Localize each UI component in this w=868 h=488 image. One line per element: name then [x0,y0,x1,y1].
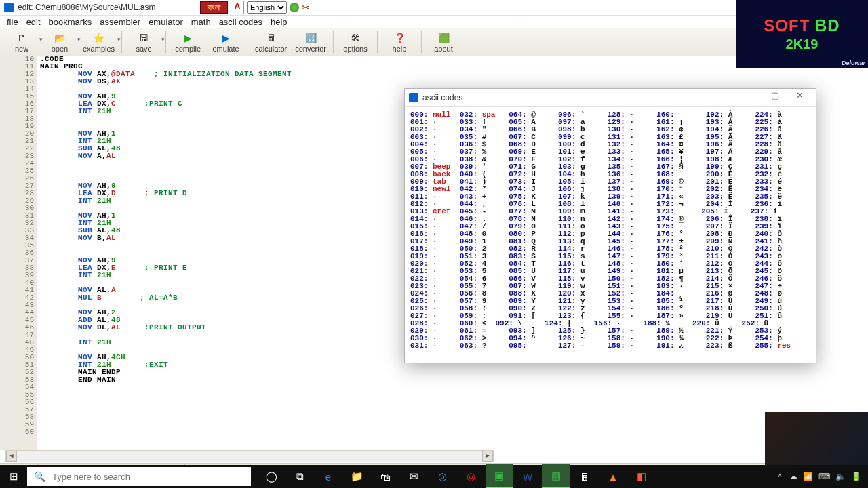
brand-author: Delowar [842,60,865,66]
taskbar-task-view-icon[interactable]: ⧉ [286,465,313,488]
calculator-label: calculator [255,45,287,53]
translate-go-icon[interactable] [290,3,299,12]
taskbar-chrome-icon[interactable]: ◎ [429,465,456,488]
brand-soft: SOFT [764,16,810,35]
open-label: open [52,45,68,53]
app-icon [4,3,14,12]
language-icon[interactable]: A [231,1,244,14]
tray-icon-2[interactable]: 📶 [803,472,813,481]
horizontal-scrollbar[interactable]: ◄ ► [5,450,494,462]
convertor-label: convertor [295,45,326,53]
line-number-gutter: 10 11 12 13 14 15 16 17 18 19 20 21 22 2… [0,54,37,450]
menu-file[interactable]: file [7,17,18,27]
ascii-table: 000: null 032: spa 064: @ 096: ` 128: · … [405,107,816,354]
windows-taskbar: ⊞ 🔍 ◯⧉e📁🛍✉◎◎▣W▦🖩▲◧ ＾☁📶⌨🔈🔋 [0,465,868,488]
menu-math[interactable]: math [191,17,211,27]
examples-icon: ⭐ [93,32,105,44]
options-button[interactable]: 🛠options [336,29,374,55]
system-tray[interactable]: ＾☁📶⌨🔈🔋 [769,471,868,483]
emulate-button[interactable]: ▶emulate [207,29,245,55]
calculator-button[interactable]: 🖩calculator [251,29,291,55]
taskbar-store-icon[interactable]: 🛍 [372,465,399,488]
help-label: help [393,45,407,53]
new-button[interactable]: 🗋new [3,29,41,55]
toolbar-separator [421,31,422,53]
examples-button[interactable]: ⭐examples [79,29,119,55]
taskbar-emu8086-icon[interactable]: ▦ [542,464,570,488]
menu-edit[interactable]: edit [26,17,41,27]
open-button[interactable]: 📂open [41,29,79,55]
language-select[interactable]: English [247,1,287,14]
emulate-icon: ▶ [220,32,232,44]
ascii-window-title: ascii codes [422,93,462,102]
brand-bd: BD [810,16,840,35]
taskbar-vlc-icon[interactable]: ▲ [599,465,627,488]
save-button[interactable]: 🖫save [125,29,163,55]
emulate-label: emulate [213,45,239,53]
brand-overlay: SOFT BD 2K19 Delowar [736,0,868,68]
compile-icon: ▶ [182,32,194,44]
bangla-badge[interactable]: বাংলা [200,1,228,14]
search-icon: 🔍 [34,471,45,482]
save-icon: 🖫 [138,32,150,44]
taskbar-cortana-icon[interactable]: ◯ [258,465,285,488]
tray-icon-1[interactable]: ☁ [789,472,797,481]
help-icon: ❓ [393,32,406,44]
code-editor[interactable]: .CODE MAIN PROC MOV AX,@DATA ; INITIALIZ… [37,54,294,450]
scroll-left-icon[interactable]: ◄ [6,451,17,462]
taskbar-camtasia-icon[interactable]: ▣ [486,464,513,488]
ascii-window-header[interactable]: ascii codes — ▢ ✕ [405,89,816,107]
taskbar-word-icon[interactable]: W [514,465,541,488]
compile-button[interactable]: ▶compile [169,29,207,55]
save-label: save [136,45,151,53]
taskbar-search[interactable]: 🔍 [27,467,251,486]
menu-emulator[interactable]: emulator [149,17,183,27]
toolbar-separator [377,31,378,53]
pin-icon[interactable]: ✂ [302,2,310,13]
brand-year: 2K19 [786,37,818,52]
about-button[interactable]: 🟩about [425,29,462,55]
menu-ascii-codes[interactable]: ascii codes [219,17,262,27]
ascii-codes-window[interactable]: ascii codes — ▢ ✕ 000: null 032: spa 064… [404,88,816,363]
examples-label: examples [83,45,115,53]
minimize-button[interactable]: — [738,90,763,105]
toolbar-separator [333,31,334,53]
menu-assembler[interactable]: assembler [100,17,140,27]
about-icon: 🟩 [437,32,450,44]
window-title: edit: C:\emu8086\MySource\MUL.asm [18,3,155,12]
menu-help[interactable]: help [271,17,288,27]
open-icon: 📂 [54,32,66,44]
new-icon: 🗋 [16,32,28,44]
tray-icon-4[interactable]: 🔈 [835,472,846,481]
compile-label: compile [175,45,201,53]
menu-bookmarks[interactable]: bookmarks [49,17,92,27]
taskbar-opera-icon[interactable]: ◎ [457,465,484,488]
ascii-window-icon [409,93,418,102]
taskbar-file-explorer-icon[interactable]: 📁 [343,465,370,488]
taskbar-edge-icon[interactable]: e [315,465,342,488]
translator-toolbar: বাংলা A English ✂ [200,0,310,15]
start-button[interactable]: ⊞ [0,465,27,488]
help-button[interactable]: ❓help [380,29,418,55]
search-input[interactable] [51,471,244,483]
maximize-button[interactable]: ▢ [763,90,787,105]
tray-icon-3[interactable]: ⌨ [818,472,830,481]
tray-icon-5[interactable]: 🔋 [851,472,861,481]
tray-icon-0[interactable]: ＾ [776,471,784,483]
about-label: about [434,45,453,53]
toolbar-separator [121,31,122,53]
new-label: new [15,45,28,53]
toolbar-separator [165,31,166,53]
options-label: options [343,45,367,53]
options-icon: 🛠 [349,32,361,44]
calculator-icon: 🖩 [265,32,277,44]
toolbar-separator [248,31,248,53]
taskbar-app-icon[interactable]: ◧ [628,465,655,488]
convertor-button[interactable]: 🔢convertor [291,29,330,55]
scroll-right-icon[interactable]: ► [482,451,493,462]
convertor-icon: 🔢 [304,32,317,44]
close-button[interactable]: ✕ [787,90,812,105]
taskbar-mail-icon[interactable]: ✉ [400,465,427,488]
taskbar-calculator-icon[interactable]: 🖩 [571,465,598,488]
